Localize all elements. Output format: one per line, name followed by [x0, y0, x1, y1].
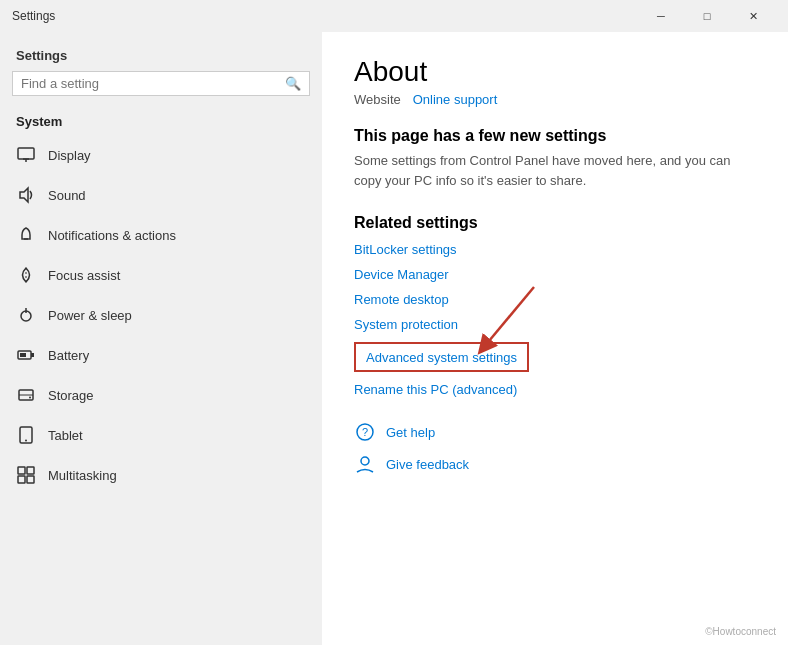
website-row: Website Online support [354, 92, 756, 107]
give-feedback-link[interactable]: Give feedback [386, 457, 469, 472]
maximize-button[interactable]: □ [684, 0, 730, 32]
sidebar-item-label-power: Power & sleep [48, 308, 132, 323]
website-label: Website [354, 92, 401, 107]
sidebar-item-sound[interactable]: Sound [0, 175, 322, 215]
sidebar-item-label-multitasking: Multitasking [48, 468, 117, 483]
sidebar-item-focus-assist[interactable]: Focus assist [0, 255, 322, 295]
main-layout: Settings 🔍 System Display Sound Notifica… [0, 32, 788, 645]
svg-rect-21 [27, 476, 34, 483]
advanced-system-settings-highlight: Advanced system settings [354, 342, 529, 372]
sidebar: Settings 🔍 System Display Sound Notifica… [0, 32, 322, 645]
close-button[interactable]: ✕ [730, 0, 776, 32]
sidebar-section-label: System [0, 104, 322, 135]
give-feedback-item[interactable]: Give feedback [354, 453, 756, 475]
sidebar-item-label-battery: Battery [48, 348, 89, 363]
sidebar-item-tablet[interactable]: Tablet [0, 415, 322, 455]
footer-links: ? Get help Give feedback [354, 421, 756, 475]
related-settings-section: Related settings BitLocker settings Devi… [354, 214, 756, 397]
tablet-icon [16, 425, 36, 445]
related-settings-title: Related settings [354, 214, 756, 232]
battery-icon [16, 345, 36, 365]
sidebar-item-label-storage: Storage [48, 388, 94, 403]
info-box: This page has a few new settings Some se… [354, 127, 756, 190]
svg-rect-20 [18, 476, 25, 483]
device-manager-link[interactable]: Device Manager [354, 267, 756, 282]
info-box-desc: Some settings from Control Panel have mo… [354, 151, 754, 190]
svg-marker-3 [20, 188, 28, 202]
search-icon: 🔍 [285, 76, 301, 91]
focus-assist-icon [16, 265, 36, 285]
svg-rect-12 [20, 353, 26, 357]
sidebar-item-label-tablet: Tablet [48, 428, 83, 443]
get-help-icon: ? [354, 421, 376, 443]
sidebar-item-label-display: Display [48, 148, 91, 163]
content-area: About Website Online support This page h… [322, 32, 788, 645]
notifications-icon [16, 225, 36, 245]
sidebar-item-display[interactable]: Display [0, 135, 322, 175]
svg-rect-18 [18, 467, 25, 474]
sidebar-item-label-focus: Focus assist [48, 268, 120, 283]
titlebar-title: Settings [12, 9, 55, 23]
svg-rect-19 [27, 467, 34, 474]
rename-pc-link[interactable]: Rename this PC (advanced) [354, 382, 756, 397]
get-help-item[interactable]: ? Get help [354, 421, 756, 443]
sidebar-item-label-notifications: Notifications & actions [48, 228, 176, 243]
give-feedback-icon [354, 453, 376, 475]
advanced-system-settings-link[interactable]: Advanced system settings [366, 350, 517, 365]
sidebar-item-notifications[interactable]: Notifications & actions [0, 215, 322, 255]
bitlocker-link[interactable]: BitLocker settings [354, 242, 756, 257]
watermark: ©Howtoconnect [705, 626, 776, 637]
titlebar: Settings ─ □ ✕ [0, 0, 788, 32]
titlebar-controls: ─ □ ✕ [638, 0, 776, 32]
sidebar-item-label-sound: Sound [48, 188, 86, 203]
search-input[interactable] [21, 76, 285, 91]
svg-point-15 [29, 397, 31, 399]
get-help-link[interactable]: Get help [386, 425, 435, 440]
sidebar-item-power-sleep[interactable]: Power & sleep [0, 295, 322, 335]
sidebar-item-multitasking[interactable]: Multitasking [0, 455, 322, 495]
remote-desktop-link[interactable]: Remote desktop [354, 292, 756, 307]
sidebar-item-storage[interactable]: Storage [0, 375, 322, 415]
storage-icon [16, 385, 36, 405]
svg-point-17 [25, 440, 27, 442]
minimize-button[interactable]: ─ [638, 0, 684, 32]
info-box-title: This page has a few new settings [354, 127, 756, 145]
search-box[interactable]: 🔍 [12, 71, 310, 96]
online-support-link[interactable]: Online support [413, 92, 498, 107]
sound-icon [16, 185, 36, 205]
system-protection-link[interactable]: System protection [354, 317, 756, 332]
app-title: Settings [0, 32, 322, 71]
svg-rect-0 [18, 148, 34, 159]
multitasking-icon [16, 465, 36, 485]
display-icon [16, 145, 36, 165]
svg-text:?: ? [362, 426, 368, 438]
svg-point-26 [361, 457, 369, 465]
power-icon [16, 305, 36, 325]
sidebar-item-battery[interactable]: Battery [0, 335, 322, 375]
page-title: About [354, 56, 756, 88]
